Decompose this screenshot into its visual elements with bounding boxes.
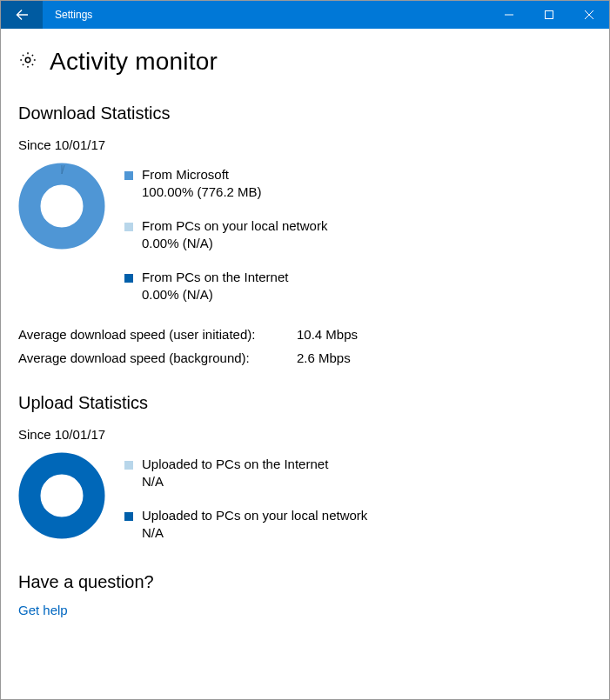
download-section-title: Download Statistics [18, 103, 592, 123]
upload-since: Since 10/01/17 [18, 427, 592, 442]
help-section-title: Have a question? [18, 572, 592, 592]
download-speed-user: Average download speed (user initiated):… [18, 327, 592, 342]
legend-text: From PCs on your local network 0.00% (N/… [142, 217, 327, 251]
svg-point-2 [30, 174, 94, 238]
upload-chart-row: Uploaded to PCs on the Internet N/A Uplo… [18, 452, 592, 541]
legend-label: From PCs on your local network [142, 217, 327, 235]
download-since: Since 10/01/17 [18, 137, 592, 152]
content: Activity monitor Download Statistics Sin… [1, 29, 609, 635]
page-title: Activity monitor [50, 48, 218, 76]
maximize-icon [545, 10, 553, 19]
legend-value: 0.00% (N/A) [142, 286, 288, 303]
legend-text: From PCs on the Internet 0.00% (N/A) [142, 269, 288, 303]
close-button[interactable] [569, 1, 609, 29]
upload-donut-chart [18, 452, 105, 539]
minimize-button[interactable] [489, 1, 529, 29]
get-help-link[interactable]: Get help [18, 603, 592, 617]
stat-label: Average download speed (user initiated): [18, 327, 297, 342]
download-legend: From Microsoft 100.00% (776.2 MB) From P… [124, 163, 327, 303]
legend-item: Uploaded to PCs on the Internet N/A [124, 456, 367, 490]
close-icon [585, 10, 593, 19]
maximize-button[interactable] [529, 1, 569, 29]
legend-label: From PCs on the Internet [142, 269, 288, 286]
svg-point-3 [30, 463, 94, 528]
app-title: Settings [55, 9, 92, 21]
swatch [124, 461, 133, 470]
page-header: Activity monitor [18, 48, 592, 76]
swatch [124, 512, 133, 521]
legend-value: 100.00% (776.2 MB) [142, 183, 262, 201]
stat-value: 2.6 Mbps [297, 350, 351, 365]
legend-value: N/A [142, 473, 328, 490]
download-donut-chart [18, 163, 105, 250]
titlebar: Settings [1, 1, 609, 29]
gear-icon [18, 50, 37, 73]
upload-legend: Uploaded to PCs on the Internet N/A Uplo… [124, 452, 367, 541]
legend-label: Uploaded to PCs on your local network [142, 507, 367, 524]
legend-text: Uploaded to PCs on the Internet N/A [142, 456, 328, 490]
minimize-icon [505, 10, 513, 19]
legend-item: From PCs on your local network 0.00% (N/… [124, 217, 327, 251]
legend-item: Uploaded to PCs on your local network N/… [124, 507, 367, 541]
legend-value: N/A [142, 524, 367, 542]
svg-point-1 [25, 57, 30, 63]
swatch [124, 223, 133, 231]
legend-label: Uploaded to PCs on the Internet [142, 456, 328, 473]
legend-text: Uploaded to PCs on your local network N/… [142, 507, 367, 541]
stat-label: Average download speed (background): [18, 350, 297, 365]
legend-value: 0.00% (N/A) [142, 235, 327, 252]
swatch [124, 274, 133, 283]
legend-item: From Microsoft 100.00% (776.2 MB) [124, 166, 327, 200]
legend-item: From PCs on the Internet 0.00% (N/A) [124, 269, 327, 303]
window-controls [489, 1, 609, 29]
back-button[interactable] [1, 1, 43, 29]
stat-value: 10.4 Mbps [297, 327, 358, 342]
svg-rect-0 [546, 11, 553, 19]
swatch [124, 171, 133, 180]
download-speed-background: Average download speed (background): 2.6… [18, 350, 592, 365]
upload-section-title: Upload Statistics [18, 393, 592, 413]
legend-label: From Microsoft [142, 166, 262, 183]
legend-text: From Microsoft 100.00% (776.2 MB) [142, 166, 262, 200]
download-chart-row: From Microsoft 100.00% (776.2 MB) From P… [18, 163, 592, 303]
arrow-left-icon [15, 8, 29, 22]
